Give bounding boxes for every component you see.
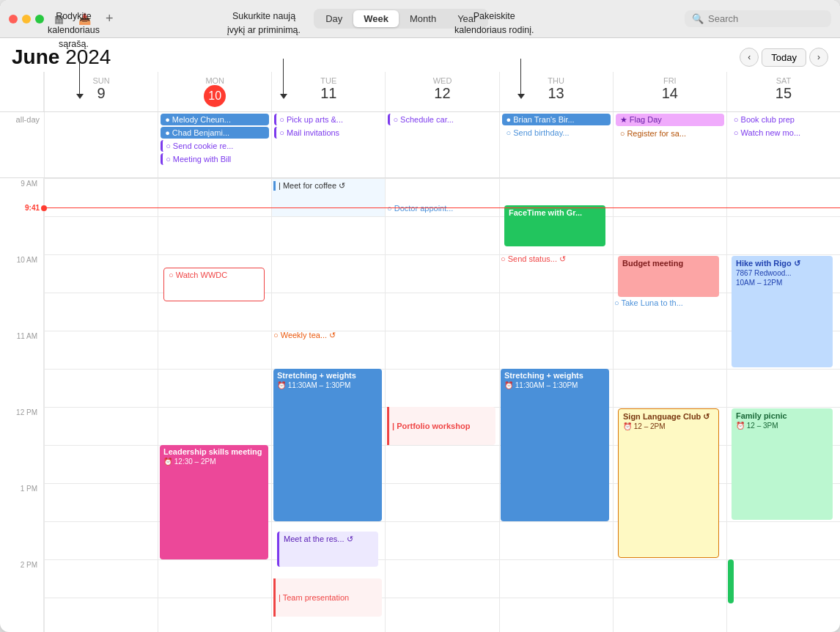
event-watch-wwdc[interactable]: ○ Watch WWDC (160, 266, 268, 303)
grid-wed-1030[interactable] (385, 293, 498, 331)
event-green-strip[interactable] (728, 559, 734, 603)
event-stretching-thu[interactable]: Stretching + weights ⏰ 11:30AM – 1:30PM (501, 369, 609, 521)
grid-tue-930[interactable] (271, 216, 385, 254)
grid-thu-1030[interactable] (499, 293, 613, 331)
grid-wed-10a[interactable] (385, 254, 498, 293)
allday-event[interactable]: ○ Mail invitations (274, 127, 383, 139)
calendar-list-icon[interactable]: ▦ (50, 11, 68, 27)
day-header-fri: Fri 14 (613, 72, 726, 111)
event-leadership-meeting[interactable]: Leadership skills meeting ⏰ 12:30 – 2PM (160, 445, 268, 559)
grid-mon-11a[interactable] (158, 331, 271, 369)
grid-wed-1130[interactable] (385, 369, 498, 407)
event-budget-meeting[interactable]: Budget meeting (614, 254, 723, 298)
grid-sun-9a[interactable] (44, 178, 158, 216)
day-view-button[interactable]: Day (315, 10, 353, 27)
today-button[interactable]: Today (762, 48, 806, 67)
prev-button[interactable]: ‹ (740, 48, 759, 67)
grid-wed-230[interactable] (385, 598, 498, 632)
grid-thu-2p[interactable] (499, 559, 613, 598)
grid-sat-930[interactable] (726, 216, 840, 254)
inbox-icon[interactable]: 📥 (74, 11, 95, 27)
grid-mon-230[interactable] (158, 598, 271, 632)
grid-sat-1130[interactable] (726, 369, 840, 407)
next-button[interactable]: › (809, 48, 828, 67)
grid-sun-2p[interactable] (44, 559, 158, 598)
event-meet-at-res[interactable]: Meet at the res... ↺ (273, 530, 382, 568)
grid-fri-2p[interactable] (613, 559, 726, 598)
event-meet-for-coffee[interactable]: | Meet for coffee ↺ (273, 181, 382, 203)
grid-fri-9a[interactable] (613, 178, 726, 216)
search-box[interactable]: 🔍 (685, 10, 831, 27)
allday-event-meeting-with-bill[interactable]: ○ Meeting with Bill (161, 153, 269, 165)
grid-tue-10a[interactable] (271, 254, 385, 293)
grid-mon-12p[interactable] (158, 407, 271, 445)
allday-event[interactable]: ● Melody Cheun... (161, 114, 269, 125)
close-button[interactable] (9, 15, 18, 23)
allday-event[interactable]: ○ Book club prep (729, 114, 838, 125)
grid-sun-130[interactable] (44, 521, 158, 559)
event-team-presentation[interactable]: | Team presentation (273, 578, 382, 617)
grid-sun-12p[interactable] (44, 407, 158, 445)
grid-wed-2p[interactable] (385, 559, 498, 598)
allday-event[interactable]: ○ Pick up arts &... (274, 114, 383, 125)
allday-event[interactable]: ○ Send birthday... (502, 127, 611, 139)
grid-sun-1p[interactable] (44, 483, 158, 521)
event-send-status[interactable]: ○ Send status... ↺ (501, 254, 609, 276)
month-view-button[interactable]: Month (399, 10, 446, 27)
grid-sun-10a[interactable] (44, 254, 158, 293)
grid-mon-1130[interactable] (158, 369, 271, 407)
time-label-1030 (0, 293, 44, 331)
grid-thu-11a[interactable] (499, 331, 613, 369)
event-sign-language[interactable]: Sign Language Club ↺ ⏰ 12 – 2PM (614, 407, 723, 559)
maximize-button[interactable] (35, 15, 44, 23)
allday-event-flag-day[interactable]: ★ Flag Day (616, 114, 724, 126)
year-view-button[interactable]: Year (447, 10, 487, 27)
allday-event[interactable]: ○ Send cookie re... (161, 140, 269, 152)
grid-sat-230[interactable] (726, 598, 840, 632)
grid-fri-930[interactable] (613, 216, 726, 254)
time-label-1130 (0, 369, 44, 407)
allday-event[interactable]: ● Brian Tran's Bir... (502, 114, 611, 125)
week-view-button[interactable]: Week (353, 10, 399, 27)
grid-sun-230[interactable] (44, 598, 158, 632)
grid-wed-1p[interactable] (385, 483, 498, 521)
event-portfolio-workshop[interactable]: | Portfolio workshop (387, 407, 495, 445)
grid-wed-1230[interactable] (385, 445, 498, 483)
grid-mon-2p[interactable] (158, 559, 271, 598)
event-family-picnic[interactable]: Family picnic ⏰ 12 – 3PM (728, 407, 836, 521)
grid-sat-9a[interactable] (726, 178, 840, 216)
event-facetime[interactable]: FaceTime with Gr... (501, 204, 609, 248)
event-hike-rigo[interactable]: Hike with Rigo ↺ 7867 Redwood... 10AM – … (728, 254, 836, 369)
grid-sun-1130[interactable] (44, 369, 158, 407)
grid-sun-930[interactable] (44, 216, 158, 254)
minimize-button[interactable] (22, 15, 31, 23)
search-input[interactable] (708, 13, 825, 24)
add-event-button[interactable]: + (101, 10, 118, 28)
grid-mon-930[interactable] (158, 216, 271, 254)
event-weekly-tea[interactable]: ○ Weekly tea... ↺ (273, 331, 382, 353)
grid-sun-1030[interactable] (44, 293, 158, 331)
time-label-11am: 11 AM (0, 331, 44, 369)
grid-wed-11a[interactable] (385, 331, 498, 369)
event-doctor-appt[interactable]: ○ Doctor appoint... (387, 204, 495, 233)
allday-event[interactable]: ○ Watch new mo... (729, 127, 838, 139)
calendar-title: June 2024 (12, 45, 111, 69)
grid-sat-130[interactable] (726, 521, 840, 559)
grid-wed-130[interactable] (385, 521, 498, 559)
time-label-9am: 9 AM (0, 178, 44, 216)
event-stretching-tue[interactable]: Stretching + weights ⏰ 11:30AM – 1:30PM (273, 369, 382, 521)
grid-fri-11a[interactable] (613, 331, 726, 369)
grid-fri-230[interactable] (613, 598, 726, 632)
grid-mon-9a[interactable] (158, 178, 271, 216)
grid-thu-130[interactable] (499, 521, 613, 559)
grid-fri-1130[interactable] (613, 369, 726, 407)
grid-thu-230[interactable] (499, 598, 613, 632)
allday-event[interactable]: ○ Register for sa... (616, 128, 724, 139)
grid-sun-11a[interactable] (44, 331, 158, 369)
event-take-luna[interactable]: ○ Take Luna to th... (614, 298, 723, 320)
allday-event[interactable]: ○ Schedule car... (388, 114, 496, 125)
allday-event[interactable]: ● Chad Benjami... (161, 127, 269, 139)
grid-tue-1030[interactable] (271, 293, 385, 331)
grid-sun-1230[interactable] (44, 445, 158, 483)
grid-sat-2p[interactable] (726, 559, 840, 598)
